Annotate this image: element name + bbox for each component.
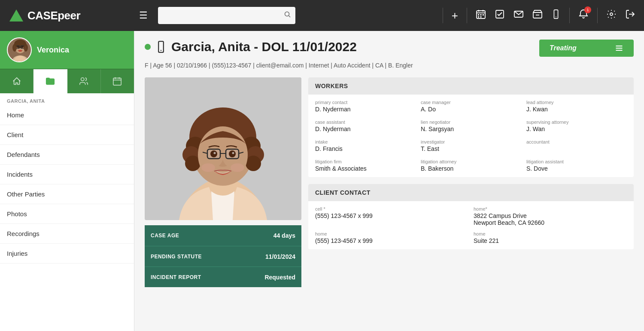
settings-icon[interactable] bbox=[606, 9, 617, 22]
svg-point-36 bbox=[161, 50, 161, 51]
contact-home-address: home* 3822 Campus DriveNewport Beach, CA… bbox=[474, 206, 627, 226]
worker-name: B. Bakerson bbox=[421, 165, 521, 172]
svg-point-62 bbox=[231, 163, 244, 172]
client-title: Garcia, Anita - DOL 11/01/2022 bbox=[145, 40, 357, 54]
worker-litigation-assistant: litigation assistant S. Dove bbox=[526, 159, 627, 172]
worker-role: supervising attorney bbox=[526, 120, 627, 125]
content-grid: CASE AGE 44 days PENDING STATUTE 11/01/2… bbox=[145, 77, 634, 287]
search-input[interactable] bbox=[158, 7, 295, 24]
treating-label: Treating bbox=[550, 44, 577, 52]
logo-icon bbox=[9, 8, 24, 23]
mail-icon[interactable] bbox=[513, 9, 524, 22]
logo-area: CASEpeer bbox=[9, 8, 129, 23]
svg-rect-10 bbox=[478, 16, 479, 18]
sidebar-people-icon[interactable] bbox=[67, 69, 101, 93]
main-content: Garcia, Anita - DOL 11/01/2022 Treating … bbox=[134, 31, 644, 331]
worker-name: D. Nyderman bbox=[315, 126, 416, 132]
contact-grid: cell * (555) 123-4567 x 999 home* 3822 C… bbox=[308, 201, 634, 249]
svg-point-50 bbox=[246, 156, 261, 171]
worker-lien-negotiator: lien negotiator N. Sargsyan bbox=[421, 120, 521, 132]
svg-marker-0 bbox=[9, 9, 23, 21]
worker-role: investigator bbox=[421, 139, 521, 144]
svg-point-29 bbox=[24, 44, 28, 52]
incident-report-card: INCIDENT REPORT Requested bbox=[145, 267, 301, 287]
svg-rect-7 bbox=[478, 14, 479, 15]
worker-litigation-attorney: litigation attorney B. Bakerson bbox=[421, 159, 521, 172]
contact-suite-value: Suite 221 bbox=[474, 237, 627, 244]
worker-intake: intake D. Francis bbox=[315, 139, 416, 152]
case-age-card: CASE AGE 44 days bbox=[145, 225, 301, 246]
svg-rect-11 bbox=[480, 16, 482, 18]
worker-name: J. Wan bbox=[526, 126, 627, 132]
worker-litigation-firm: litigation firm Smith & Associates bbox=[315, 159, 416, 172]
svg-point-15 bbox=[556, 17, 556, 18]
contact-cell-value: (555) 123-4567 x 999 bbox=[315, 212, 468, 219]
sidebar-item-home[interactable]: Home bbox=[0, 105, 134, 125]
sidebar-item-other-parties[interactable]: Other Parties bbox=[0, 184, 134, 204]
left-column: CASE AGE 44 days PENDING STATUTE 11/01/2… bbox=[145, 77, 301, 287]
worker-name: T. East bbox=[421, 145, 521, 152]
worker-case-assistant: case assistant D. Nyderman bbox=[315, 120, 416, 132]
pending-statute-value: 11/01/2024 bbox=[265, 253, 295, 260]
treating-button[interactable]: Treating bbox=[539, 40, 634, 57]
workers-section: WORKERS primary contact D. Nyderman case… bbox=[308, 77, 634, 177]
incident-report-label: INCIDENT REPORT bbox=[151, 274, 201, 280]
worker-name: A. Do bbox=[421, 106, 521, 113]
add-button[interactable]: + bbox=[452, 9, 458, 22]
contact-home-address-value: 3822 Campus DriveNewport Beach, CA 92660 bbox=[474, 212, 627, 226]
sidebar-item-injuries[interactable]: Injuries bbox=[0, 244, 134, 264]
worker-role: primary contact bbox=[315, 100, 416, 105]
worker-lead-attorney: lead attorney J. Kwan bbox=[526, 100, 627, 113]
hamburger-button[interactable]: ☰ bbox=[136, 6, 151, 25]
calendar-icon[interactable] bbox=[476, 9, 486, 22]
svg-point-30 bbox=[81, 78, 84, 81]
top-nav: CASEpeer ☰ + bbox=[0, 0, 644, 31]
client-header: Garcia, Anita - DOL 11/01/2022 Treating bbox=[145, 40, 634, 57]
contact-home-phone-value: (555) 123-4567 x 999 bbox=[315, 237, 468, 244]
tasks-icon[interactable] bbox=[495, 9, 505, 22]
sidebar-folder-icon[interactable] bbox=[33, 69, 67, 93]
sidebar-item-recordings[interactable]: Recordings bbox=[0, 224, 134, 244]
case-age-value: 44 days bbox=[273, 232, 295, 239]
contact-suite-label: home bbox=[474, 231, 627, 236]
sidebar-item-defendants[interactable]: Defendants bbox=[0, 145, 134, 165]
contact-cell: cell * (555) 123-4567 x 999 bbox=[315, 206, 468, 226]
incident-report-value: Requested bbox=[264, 274, 295, 281]
worker-name: N. Sargsyan bbox=[421, 126, 521, 132]
sidebar-home-icon[interactable] bbox=[0, 69, 33, 93]
sidebar-item-client[interactable]: Client bbox=[0, 125, 134, 145]
sidebar-item-incidents[interactable]: Incidents bbox=[0, 165, 134, 184]
svg-line-2 bbox=[289, 16, 291, 18]
workers-header: WORKERS bbox=[308, 77, 634, 95]
svg-point-1 bbox=[285, 12, 289, 16]
logout-icon[interactable] bbox=[625, 9, 635, 22]
worker-role: litigation assistant bbox=[526, 159, 627, 164]
phone-icon[interactable] bbox=[551, 9, 561, 21]
client-photo-section bbox=[145, 77, 301, 220]
sidebar-item-photos[interactable]: Photos bbox=[0, 204, 134, 224]
search-icon bbox=[284, 11, 291, 20]
sidebar-user: Veronica bbox=[0, 31, 134, 69]
worker-name: D. Nyderman bbox=[315, 106, 416, 113]
worker-investigator: investigator T. East bbox=[421, 139, 521, 152]
bell-icon[interactable]: 1 bbox=[578, 9, 589, 22]
worker-case-manager: case manager A. Do bbox=[421, 100, 521, 113]
sidebar-client-label: GARCIA, ANITA bbox=[0, 93, 134, 105]
worker-role: case assistant bbox=[315, 120, 416, 125]
svg-rect-31 bbox=[113, 78, 121, 86]
worker-role: case manager bbox=[421, 100, 521, 105]
case-age-label: CASE AGE bbox=[151, 233, 179, 239]
sidebar-nav-icons bbox=[0, 69, 134, 93]
worker-name: S. Dove bbox=[526, 165, 627, 172]
phone-icon bbox=[155, 41, 167, 53]
client-contact-section: CLIENT CONTACT cell * (555) 123-4567 x 9… bbox=[308, 184, 634, 249]
contact-cell-label: cell * bbox=[315, 206, 468, 211]
pending-statute-label: PENDING STATUTE bbox=[151, 254, 202, 260]
nav-divider-1 bbox=[443, 8, 443, 23]
inbox-icon[interactable] bbox=[532, 9, 543, 22]
sidebar-calendar-icon[interactable] bbox=[101, 69, 134, 93]
sidebar: Veronica bbox=[0, 31, 134, 331]
svg-point-28 bbox=[12, 44, 17, 52]
contact-home-phone: home (555) 123-4567 x 999 bbox=[315, 231, 468, 244]
nav-actions: + bbox=[443, 8, 635, 23]
